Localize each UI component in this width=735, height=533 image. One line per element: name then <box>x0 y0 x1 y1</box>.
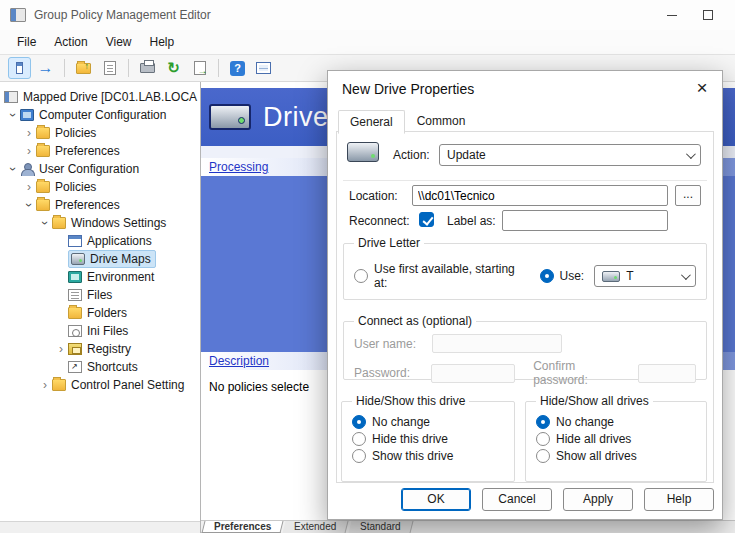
tree-item-control-panel-settings[interactable]: › Control Panel Setting <box>0 376 200 394</box>
use-first-available-label: Use first available, starting at: <box>374 262 528 290</box>
tab-common[interactable]: Common <box>405 109 478 133</box>
maximize-icon[interactable] <box>703 10 713 20</box>
tree-item-drive-maps[interactable]: › Drive Maps <box>0 250 200 268</box>
drive-letter-select[interactable]: T <box>594 265 696 287</box>
clipboard-icon[interactable] <box>98 57 121 79</box>
connect-as-legend: Connect as (optional) <box>354 314 476 328</box>
tree-item-user-policies[interactable]: › Policies <box>0 178 200 196</box>
tree-item-label: Registry <box>87 342 131 356</box>
reconnect-checkbox[interactable] <box>419 212 434 227</box>
menu-file[interactable]: File <box>8 32 45 52</box>
tree-item-mapped-drive-root[interactable]: Mapped Drive [DC01.LAB.LOCA <box>0 88 200 106</box>
show-all-drives-radio[interactable] <box>536 449 550 463</box>
forward-arrow-icon[interactable]: → <box>34 57 57 79</box>
browse-button[interactable]: ... <box>675 185 701 206</box>
hide-show-all-legend: Hide/Show all drives <box>536 394 653 408</box>
hide-all-drives-radio[interactable] <box>536 432 550 446</box>
description-link[interactable]: Description <box>209 354 269 368</box>
tree-item-computer-preferences[interactable]: › Preferences <box>0 142 200 160</box>
chevron-right-icon[interactable]: › <box>22 145 36 157</box>
reconnect-label: Reconnect: <box>349 214 410 228</box>
chevron-down-icon[interactable]: › <box>7 108 19 122</box>
tree-item-folders[interactable]: › Folders <box>0 304 200 322</box>
password-label: Password: <box>354 366 425 380</box>
chevron-down-icon[interactable]: › <box>7 162 19 176</box>
this-no-change-radio[interactable] <box>352 415 366 429</box>
all-no-change-radio[interactable] <box>536 415 550 429</box>
tree-item-shortcuts[interactable]: › Shortcuts <box>0 358 200 376</box>
tree-item-files[interactable]: › Files <box>0 286 200 304</box>
hide-this-drive-label: Hide this drive <box>372 432 448 446</box>
cancel-button[interactable]: Cancel <box>482 488 552 511</box>
tree-item-label: Windows Settings <box>71 216 166 230</box>
processing-link[interactable]: Processing <box>209 160 268 174</box>
tree-item-user-configuration[interactable]: › User Configuration <box>0 160 200 178</box>
tree-item-computer-configuration[interactable]: › Computer Configuration <box>0 106 200 124</box>
tab-standard[interactable]: Standard <box>348 521 413 533</box>
tree-item-label: Preferences <box>55 144 120 158</box>
drive-icon <box>71 253 85 265</box>
chevron-right-icon[interactable]: › <box>38 379 52 391</box>
ini-files-icon <box>68 325 82 337</box>
show-this-drive-label: Show this drive <box>372 449 453 463</box>
ok-button[interactable]: OK <box>401 488 471 511</box>
show-all-drives-label: Show all drives <box>556 449 637 463</box>
dialog-buttons: OK Cancel Apply Help <box>401 488 714 511</box>
banner-title: Drive <box>263 102 329 133</box>
tree-item-applications[interactable]: › Applications <box>0 232 200 250</box>
show-this-drive-radio[interactable] <box>352 449 366 463</box>
use-first-available-radio[interactable] <box>354 269 368 283</box>
tree-item-environment[interactable]: › Environment <box>0 268 200 286</box>
tab-general[interactable]: General <box>338 110 405 134</box>
chevron-right-icon[interactable]: › <box>22 181 36 193</box>
menu-action[interactable]: Action <box>45 32 96 52</box>
export-icon[interactable] <box>188 57 211 79</box>
chevron-down-icon[interactable]: › <box>23 198 35 212</box>
drive-letter-value: T <box>626 269 633 283</box>
tree-item-label: Folders <box>87 306 127 320</box>
this-no-change-label: No change <box>372 415 430 429</box>
password-input <box>431 364 515 383</box>
tree-item-label: Preferences <box>55 198 120 212</box>
use-radio[interactable] <box>540 269 554 283</box>
help-icon[interactable]: ? <box>226 57 249 79</box>
close-icon[interactable]: × <box>690 77 714 101</box>
tree-item-computer-policies[interactable]: › Policies <box>0 124 200 142</box>
refresh-icon[interactable]: ↻ <box>162 57 185 79</box>
table-view-icon[interactable] <box>252 57 275 79</box>
tree-item-windows-settings[interactable]: › Windows Settings <box>0 214 200 232</box>
console-window-icon[interactable] <box>8 57 31 79</box>
minimize-icon[interactable] <box>667 15 677 16</box>
tree-item-registry[interactable]: › Registry <box>0 340 200 358</box>
chevron-down-icon[interactable]: › <box>39 216 51 230</box>
menu-view[interactable]: View <box>97 32 141 52</box>
tree-item-ini-files[interactable]: › Ini Files <box>0 322 200 340</box>
use-label: Use: <box>560 269 585 283</box>
action-select[interactable]: Update <box>439 144 701 166</box>
chevron-right-icon[interactable]: › <box>22 127 36 139</box>
horizontal-scrollbar[interactable] <box>0 521 200 533</box>
tree-item-label: Policies <box>55 126 96 140</box>
printer-icon[interactable] <box>136 57 159 79</box>
label-as-input[interactable] <box>502 210 668 231</box>
location-input[interactable] <box>412 185 668 206</box>
help-button[interactable]: Help <box>644 488 714 511</box>
registry-icon <box>68 343 82 355</box>
files-icon <box>68 289 82 301</box>
tab-preferences[interactable]: Preferences <box>202 521 284 533</box>
computer-icon <box>20 109 34 121</box>
user-name-label: User name: <box>354 337 426 351</box>
tab-extended[interactable]: Extended <box>283 521 349 533</box>
menu-help[interactable]: Help <box>141 32 184 52</box>
connect-as-group: Connect as (optional) User name: Passwor… <box>343 314 707 380</box>
hide-this-drive-radio[interactable] <box>352 432 366 446</box>
shortcut-icon <box>68 361 82 373</box>
confirm-password-input <box>638 364 696 383</box>
apply-button[interactable]: Apply <box>563 488 633 511</box>
tree-item-label: Environment <box>87 270 154 284</box>
up-folder-icon[interactable]: ↑ <box>72 57 95 79</box>
chevron-right-icon[interactable]: › <box>54 343 68 355</box>
drive-action-icon <box>347 142 379 162</box>
tree-item-label: Drive Maps <box>90 252 151 266</box>
tree-item-user-preferences[interactable]: › Preferences <box>0 196 200 214</box>
